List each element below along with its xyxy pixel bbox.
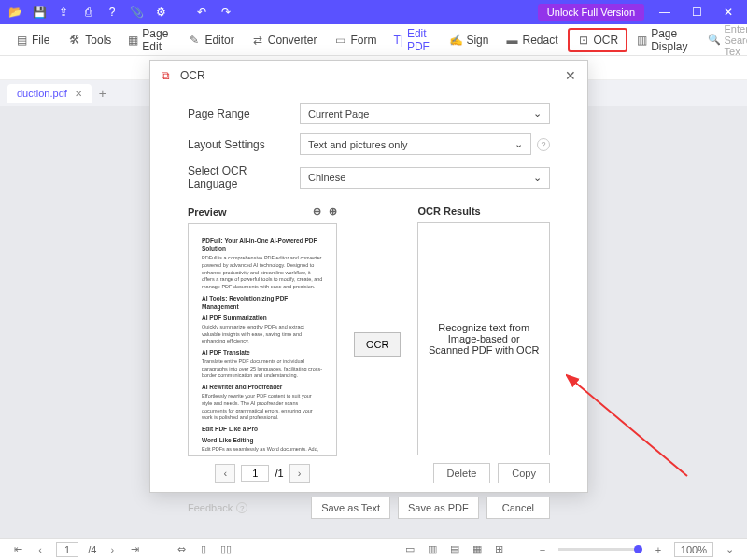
page-edit-icon: ▦ — [128, 34, 138, 47]
folder-open-icon[interactable]: 📂 — [7, 5, 22, 20]
print-icon[interactable]: ⎙ — [80, 5, 95, 20]
preview-header: Preview — [188, 206, 227, 217]
page-display-tab[interactable]: ▥Page Display — [629, 23, 698, 57]
attach-icon[interactable]: 📎 — [129, 5, 144, 20]
ocr-tab[interactable]: ⊡OCR — [568, 28, 628, 52]
feedback-help-icon: ? — [236, 502, 247, 513]
last-page-icon[interactable]: ⇥ — [128, 543, 141, 556]
title-bar: 📂 💾 ⇪ ⎙ ? 📎 ⚙ ↶ ↷ Unlock Full Version — … — [0, 0, 747, 24]
close-window-button[interactable]: ✕ — [717, 6, 740, 19]
copy-button[interactable]: Copy — [498, 463, 550, 483]
single-page-icon[interactable]: ▯ — [197, 543, 210, 556]
file-menu[interactable]: ▤File — [7, 30, 57, 50]
ocr-results-box: Recognize text from Image-based or Scann… — [417, 222, 550, 455]
page-range-label: Page Range — [188, 107, 300, 120]
form-tab[interactable]: ▭Form — [326, 30, 384, 50]
preview-pager: ‹ /1 › — [188, 464, 337, 483]
layout-label: Layout Settings — [188, 138, 300, 151]
cancel-button[interactable]: Cancel — [486, 497, 550, 519]
zoom-in-button[interactable]: + — [652, 543, 665, 556]
editor-tab[interactable]: ✎Editor — [180, 30, 241, 50]
undo-icon[interactable]: ↶ — [194, 5, 209, 20]
close-dialog-button[interactable]: ✕ — [565, 68, 576, 83]
prev-page-button[interactable]: ‹ — [215, 464, 235, 483]
main-toolbar: ▤File 🛠Tools ▦Page Edit ✎Editor ⇄Convert… — [0, 24, 747, 56]
ocr-icon: ⊡ — [577, 34, 590, 47]
tab-label: duction.pdf — [17, 88, 67, 99]
search-box[interactable]: 🔍Enter Search Tex — [702, 23, 747, 57]
delete-button[interactable]: Delete — [433, 463, 491, 483]
view-mode-2-icon[interactable]: ▥ — [426, 543, 439, 556]
prev-page-icon[interactable]: ‹ — [34, 543, 47, 556]
zoom-dropdown-icon[interactable]: ⌄ — [723, 543, 736, 556]
run-ocr-button[interactable]: OCR — [354, 332, 401, 357]
zoom-in-icon[interactable]: ⊕ — [329, 205, 337, 217]
view-mode-4-icon[interactable]: ▦ — [471, 543, 484, 556]
unlock-button[interactable]: Unlock Full Version — [538, 4, 644, 21]
preview-thumbnail: PDFull: Your All-in-One AI-Powered PDF S… — [188, 223, 337, 456]
save-as-text-button[interactable]: Save as Text — [311, 497, 390, 519]
help-icon[interactable]: ? — [105, 5, 120, 20]
save-icon[interactable]: 💾 — [32, 5, 47, 20]
language-select[interactable]: Chinese⌄ — [300, 167, 550, 189]
first-page-icon[interactable]: ⇤ — [11, 543, 24, 556]
zoom-out-icon[interactable]: ⊖ — [313, 205, 321, 217]
zoom-level: 100% — [674, 542, 713, 557]
zoom-slider[interactable] — [558, 548, 642, 551]
share-icon[interactable]: ⇪ — [56, 5, 71, 20]
tools-icon: 🛠 — [68, 34, 81, 47]
ocr-dialog-icon: ⧉ — [162, 69, 175, 82]
results-header: OCR Results — [417, 205, 480, 217]
settings-icon[interactable]: ⚙ — [153, 5, 168, 20]
search-icon: 🔍 — [708, 34, 721, 46]
file-icon: ▤ — [15, 34, 28, 47]
ocr-dialog: ⧉ OCR ✕ Page Range Current Page⌄ Layout … — [149, 60, 588, 493]
converter-icon: ⇄ — [251, 34, 264, 47]
status-page: 1 — [56, 542, 78, 557]
sign-tab[interactable]: ✍Sign — [442, 30, 496, 50]
status-total: /4 — [88, 544, 96, 555]
redact-icon: ▬ — [505, 34, 518, 47]
document-tab[interactable]: duction.pdf ✕ — [7, 84, 92, 103]
status-bar: ⇤ ‹ 1 /4 › ⇥ ⇔ ▯ ▯▯ ▭ ▥ ▤ ▦ ⊞ − + 100% ⌄ — [0, 538, 747, 560]
layout-select[interactable]: Text and pictures only⌄ — [300, 133, 531, 155]
layout-help-icon[interactable]: ? — [537, 138, 550, 151]
chevron-down-icon: ⌄ — [533, 172, 542, 184]
page-range-select[interactable]: Current Page⌄ — [300, 103, 550, 124]
page-total: /1 — [275, 468, 283, 479]
view-mode-3-icon[interactable]: ▤ — [448, 543, 461, 556]
view-mode-5-icon[interactable]: ⊞ — [493, 543, 506, 556]
page-display-icon: ▥ — [637, 34, 647, 47]
converter-tab[interactable]: ⇄Converter — [244, 30, 325, 50]
chevron-down-icon: ⌄ — [533, 107, 542, 119]
edit-pdf-tab[interactable]: T|Edit PDF — [386, 23, 440, 57]
page-input[interactable] — [241, 465, 269, 482]
lang-label: Select OCR Language — [188, 164, 300, 190]
chevron-down-icon: ⌄ — [514, 138, 523, 150]
minimize-button[interactable]: — — [654, 6, 676, 19]
close-tab-icon[interactable]: ✕ — [75, 89, 82, 99]
dialog-title: OCR — [180, 69, 205, 82]
two-page-icon[interactable]: ▯▯ — [219, 543, 233, 556]
redo-icon[interactable]: ↷ — [218, 5, 233, 20]
zoom-out-button[interactable]: − — [536, 543, 549, 556]
page-edit-tab[interactable]: ▦Page Edit — [120, 23, 178, 57]
redact-tab[interactable]: ▬Redact — [498, 30, 565, 50]
next-page-icon[interactable]: › — [106, 543, 119, 556]
view-mode-1-icon[interactable]: ▭ — [403, 543, 416, 556]
edit-pdf-icon: T| — [393, 34, 402, 47]
feedback-link[interactable]: Feedback? — [188, 502, 247, 513]
editor-icon: ✎ — [188, 34, 201, 47]
maximize-button[interactable]: ☐ — [685, 6, 708, 19]
new-tab-button[interactable]: + — [99, 86, 106, 101]
form-icon: ▭ — [333, 34, 346, 47]
dialog-header: ⧉ OCR ✕ — [150, 61, 587, 91]
sign-icon: ✍ — [449, 34, 462, 47]
next-page-button[interactable]: › — [289, 464, 310, 483]
tools-tab[interactable]: 🛠Tools — [61, 30, 119, 50]
fit-width-icon[interactable]: ⇔ — [175, 543, 188, 556]
save-as-pdf-button[interactable]: Save as PDF — [398, 497, 479, 519]
